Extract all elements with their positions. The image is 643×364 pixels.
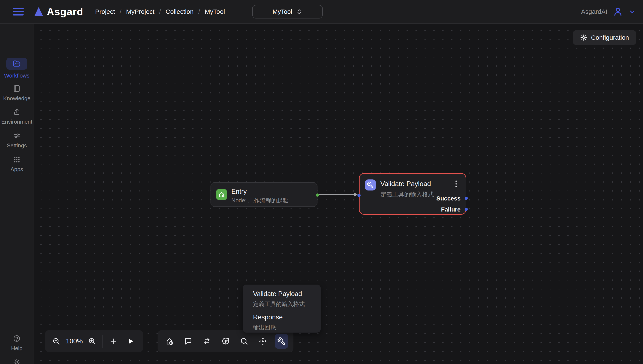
move-tool-button[interactable] (256, 334, 270, 349)
auto-iterate-tool-button[interactable] (219, 334, 233, 349)
folder-open-icon (13, 60, 21, 68)
breadcrumb-separator: / (198, 8, 200, 15)
zoom-in-button[interactable] (88, 337, 96, 345)
breadcrumb-myproject[interactable]: MyProject (126, 8, 154, 15)
play-icon (127, 338, 134, 345)
comment-tool-button[interactable] (181, 334, 195, 349)
workflow-canvas[interactable]: Configuration Entry Node: 工作流程的起點 Valida… (34, 24, 643, 364)
connection-tool-button[interactable] (200, 334, 214, 349)
validate-node-title: Validate Payload (380, 180, 431, 188)
toolbar-divider (102, 335, 103, 348)
plus-icon (109, 337, 117, 346)
tool-menu-item-response[interactable]: Response 輸出回應 (253, 314, 321, 331)
sidebar-item-workflows[interactable]: Workflows (0, 58, 34, 79)
select-chevrons-icon (296, 8, 302, 15)
zoom-in-icon (88, 337, 96, 345)
output-label-failure: Failure (441, 206, 461, 213)
apps-grid-icon (13, 156, 21, 163)
node-entry[interactable]: Entry Node: 工作流程的起點 (210, 182, 317, 207)
entry-output-handle[interactable] (316, 194, 319, 197)
edge-entry-to-validate (318, 194, 357, 195)
zoom-out-icon (52, 337, 60, 345)
run-workflow-button[interactable] (127, 337, 135, 345)
gear-icon (580, 34, 587, 41)
sidebar-item-settings[interactable]: Settings (0, 132, 34, 149)
output-label-success: Success (436, 195, 461, 202)
comment-icon (184, 337, 192, 346)
sidebar-label-workflows: Workflows (4, 72, 29, 79)
validate-node-icon (365, 180, 376, 190)
user-avatar-icon[interactable] (613, 6, 623, 17)
logo-text: Asgard (47, 6, 83, 18)
zoom-level-value: 100% (66, 338, 83, 345)
tool-select-value: MyTool (273, 8, 292, 15)
zoom-out-button[interactable] (52, 337, 60, 345)
node-tool-menu: Validate Payload 定義工具的輸入格式 Response 輸出回應 (243, 284, 321, 332)
entry-node-subtitle: Node: 工作流程的起點 (231, 197, 289, 204)
tool-menu-item-validate[interactable]: Validate Payload 定義工具的輸入格式 (253, 290, 321, 308)
add-node-button[interactable] (109, 337, 117, 345)
sidebar-item-apps[interactable]: Apps (0, 156, 34, 173)
node-menu-kebab-icon[interactable] (453, 180, 459, 190)
sidebar-label-environment: Environment (1, 118, 32, 125)
hamburger-menu-icon[interactable] (13, 7, 24, 16)
sidebar-label-help: Help (11, 345, 22, 352)
breadcrumb-mytool[interactable]: MyTool (205, 8, 225, 15)
sidebar-label-knowledge: Knowledge (3, 95, 31, 102)
chevron-down-icon[interactable] (628, 8, 636, 15)
sidebar-item-help[interactable]: Help (0, 335, 34, 352)
tool-menu-item-title: Validate Payload (253, 290, 321, 298)
tool-menu-item-subtitle: 輸出回應 (253, 324, 321, 331)
tool-node-button-selected[interactable] (275, 334, 288, 349)
entry-node-icon (216, 189, 227, 200)
house-plus-icon (165, 337, 174, 346)
logo-triangle-icon (34, 6, 43, 17)
workflows-active-pill (6, 58, 27, 70)
sidebar-item-knowledge[interactable]: Knowledge (0, 85, 34, 102)
loop-lightbulb-icon (221, 337, 230, 346)
node-palette-toolbar (158, 330, 293, 352)
navbar-right: AsgardAI (581, 6, 636, 17)
zoom-toolbar: 100% (45, 330, 143, 352)
sidebar-label-settings: Settings (7, 142, 27, 149)
wrench-icon (367, 181, 374, 188)
sidebar-label-apps: Apps (11, 166, 23, 173)
sidebar-item-workspace[interactable]: Workspace (0, 358, 34, 364)
house-plus-icon (218, 191, 226, 198)
breadcrumb-project[interactable]: Project (95, 8, 115, 15)
gear-icon (13, 358, 21, 364)
book-icon (13, 85, 21, 92)
sidebar-item-environment[interactable]: Environment (0, 108, 34, 125)
edge-arrowhead (354, 192, 358, 196)
configuration-button[interactable]: Configuration (573, 30, 636, 45)
left-sidebar: Workflows Knowledge Environment Settings… (0, 24, 34, 364)
breadcrumb: Project / MyProject / Collection / MyToo… (95, 8, 225, 15)
search-tool-button[interactable] (237, 334, 251, 349)
add-entry-node-button[interactable] (163, 334, 176, 349)
top-navbar: Asgard Project / MyProject / Collection … (0, 0, 643, 24)
breadcrumb-separator: / (159, 8, 161, 15)
configuration-label: Configuration (591, 34, 629, 41)
entry-node-title: Entry (231, 188, 247, 196)
search-icon (240, 337, 248, 346)
sliders-icon (13, 132, 21, 140)
move-diamond-icon (258, 337, 267, 346)
success-output-handle[interactable] (465, 197, 468, 200)
validate-node-subtitle: 定義工具的輸入格式 (380, 190, 434, 198)
breadcrumb-collection[interactable]: Collection (166, 8, 194, 15)
tool-menu-item-subtitle: 定義工具的輸入格式 (253, 300, 321, 308)
help-circle-icon (13, 335, 21, 342)
failure-output-handle[interactable] (465, 208, 468, 211)
upload-icon (13, 108, 21, 116)
tool-menu-item-title: Response (253, 314, 321, 321)
user-label: AsgardAI (581, 8, 607, 15)
node-validate-payload[interactable]: Validate Payload 定義工具的輸入格式 Success Failu… (359, 173, 466, 215)
wrench-icon (277, 337, 286, 346)
app-logo: Asgard (34, 6, 83, 18)
tool-select-dropdown[interactable]: MyTool (252, 5, 323, 18)
breadcrumb-separator: / (120, 8, 121, 15)
swap-arrows-icon (202, 337, 211, 346)
validate-input-handle[interactable] (357, 194, 361, 197)
